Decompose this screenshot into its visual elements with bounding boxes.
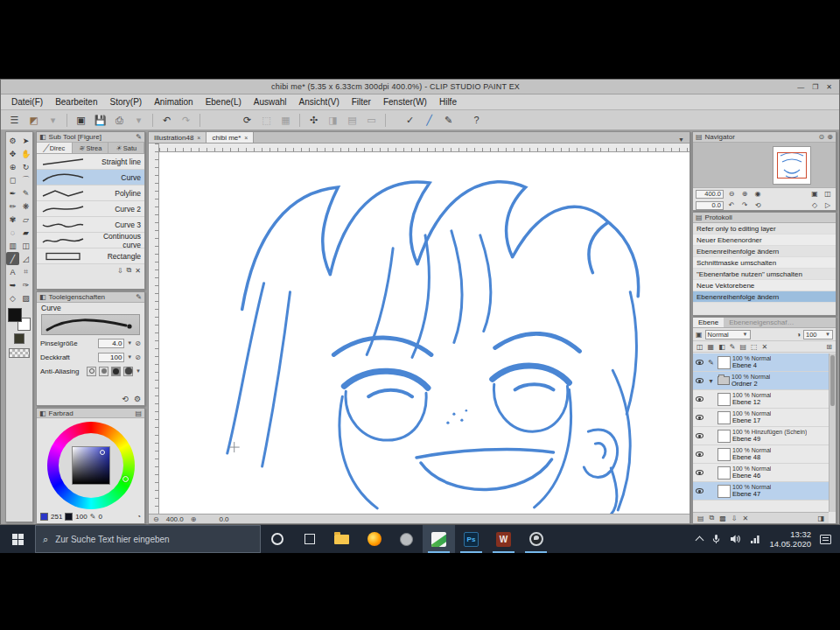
search-input[interactable] (53, 534, 253, 545)
antialias-none-button[interactable] (87, 367, 96, 376)
subtool-tab-direct[interactable]: ╱Direc (37, 143, 73, 153)
sv-marker[interactable] (100, 450, 105, 455)
panel-menu-icon[interactable]: ◧ (39, 133, 46, 141)
opacity-dynamics-icon[interactable]: ⊘ (135, 354, 141, 361)
visibility-icon[interactable] (696, 452, 704, 457)
layer-thumbnail[interactable] (718, 411, 731, 424)
navigator-info-icon[interactable]: ⊙ (819, 133, 825, 141)
lock-layer-icon[interactable]: ◫ (696, 343, 704, 351)
tool-marquee-icon[interactable]: ◻ (6, 173, 19, 186)
foreground-color-swatch[interactable] (8, 308, 22, 322)
antialias-weak-button[interactable] (99, 367, 108, 376)
notifications-icon[interactable] (820, 535, 831, 544)
speaker-icon[interactable] (730, 534, 741, 544)
nav-zoom-in-icon[interactable]: ⊕ (739, 190, 750, 198)
antialias-dropdown-icon[interactable]: ▼ (136, 368, 141, 374)
nav-rotate-right-icon[interactable]: ↷ (739, 201, 750, 209)
folder-icon[interactable] (718, 376, 730, 385)
color-wheel[interactable] (47, 422, 135, 509)
clip-to-layer-icon[interactable]: ◧ (718, 343, 725, 351)
reset-tool-icon[interactable]: ⟲ (122, 395, 129, 403)
check-icon[interactable]: ✓ (401, 112, 419, 128)
taskbar-firefox[interactable] (358, 525, 390, 553)
stencil-icon[interactable]: ▤ (343, 112, 361, 128)
color-swatch-main[interactable] (8, 308, 31, 331)
color-panel-options-icon[interactable]: ▤ (135, 410, 142, 417)
history-item[interactable]: Schnittmaske umschalten (693, 257, 836, 269)
visibility-icon[interactable] (696, 360, 704, 365)
visibility-icon[interactable] (696, 470, 704, 475)
layer-thumbnail[interactable] (718, 393, 731, 406)
taskbar-clock[interactable]: 13:32 14.05.2020 (769, 529, 811, 549)
menu-story[interactable]: Story(P) (104, 97, 149, 107)
layer-row-ebene-47[interactable]: 100 % NormalEbene 47 (693, 482, 829, 500)
layer-thumbnail[interactable] (718, 466, 731, 480)
merge-layer-icon[interactable]: ▩ (719, 514, 726, 522)
new-layer-icon[interactable]: ▤ (697, 514, 704, 522)
draft-layer-icon[interactable]: ▤ (739, 343, 746, 351)
pen-tool-icon[interactable]: ✎ (439, 112, 458, 128)
history-item-selected[interactable]: Ebenenreihenfolge ändern (693, 291, 836, 303)
sub-color-swatch-small[interactable] (65, 513, 73, 521)
subtool-item-curve-3[interactable]: Curve 3 (37, 217, 144, 233)
menu-bearbeiten[interactable]: Bearbeiten (49, 97, 103, 107)
folder-expand-icon[interactable]: ▾ (706, 377, 716, 385)
subtool-delete-icon[interactable]: ✕ (135, 267, 141, 275)
menu-datei[interactable]: Datei(F) (5, 97, 49, 107)
layer-search-icon[interactable]: ⊞ (826, 343, 832, 351)
color-history-icon[interactable]: ◔ (136, 513, 141, 521)
taskbar-file-explorer[interactable] (326, 525, 358, 553)
tool-airbrush-icon[interactable]: ❋ (19, 200, 32, 213)
undo-icon[interactable]: ↶ (158, 112, 176, 128)
visibility-icon[interactable] (696, 396, 704, 402)
nav-flip-icon[interactable]: ◇ (809, 201, 820, 209)
clip-studio-icon[interactable]: ◩ (24, 112, 43, 128)
taskbar-gimp[interactable] (390, 525, 423, 553)
deselect-icon[interactable]: ▦ (276, 112, 295, 128)
layer-mask-icon[interactable]: ◨ (817, 514, 824, 522)
opacity-value[interactable]: 100 (98, 353, 124, 362)
tool-text-icon[interactable]: A (6, 265, 19, 278)
close-button[interactable]: ✕ (826, 83, 832, 91)
edit-tool-icon[interactable]: ✎ (136, 293, 142, 301)
layer-row-ebene-17[interactable]: 100 % NormalEbene 17 (693, 409, 829, 427)
tool-blend-icon[interactable]: ◌ (6, 226, 19, 239)
line-tool-icon[interactable]: ╱ (420, 112, 438, 128)
tab-chibi-me[interactable]: chibi me* × (206, 132, 254, 143)
layer-thumbnail[interactable] (718, 430, 731, 443)
panel-menu-icon[interactable]: ◧ (39, 410, 46, 417)
tool-pencil-icon[interactable]: ✎ (19, 186, 32, 200)
brush-size-value[interactable]: 4.0 (98, 339, 124, 348)
network-icon[interactable] (750, 534, 760, 544)
panel-menu-icon[interactable]: ◧ (39, 293, 46, 301)
tool-object-icon[interactable]: ➤ (19, 134, 32, 147)
transfer-layer-icon[interactable]: ⇩ (732, 514, 738, 522)
two-pane-icon[interactable]: ✕ (762, 343, 768, 351)
navigator-view-frame[interactable] (777, 152, 807, 178)
menu-animation[interactable]: Animation (148, 97, 199, 107)
close-tab-icon[interactable]: × (197, 135, 200, 141)
opacity-dropdown-icon[interactable]: ▼ (127, 354, 132, 360)
frame-icon[interactable]: ▭ (362, 112, 381, 128)
tool-frame-icon[interactable]: ⌗ (19, 265, 32, 278)
subtool-tab-stream[interactable]: ≋Strea (73, 143, 108, 153)
subtool-item-curve-2[interactable]: Curve 2 (37, 201, 144, 217)
color-mode-icon[interactable]: ✎ (90, 513, 96, 521)
visibility-icon[interactable] (696, 415, 704, 420)
select-area-icon[interactable]: ⬚ (257, 112, 276, 128)
tool-correction-icon[interactable]: ➥ (6, 278, 19, 291)
brush-size-dropdown-icon[interactable]: ▼ (127, 340, 132, 346)
tool-gradient-icon[interactable]: ▥ (6, 239, 19, 252)
tool-brush-icon[interactable]: ✏ (6, 200, 19, 213)
navigator-zoom-value[interactable]: 400.0 (696, 190, 724, 199)
nav-rotate-left-icon[interactable]: ↶ (726, 201, 737, 209)
tab-illustration48[interactable]: Illustration48 × (149, 132, 206, 143)
menu-ansicht[interactable]: Ansicht(V) (293, 97, 346, 107)
brush-size-dynamics-icon[interactable]: ⊘ (135, 340, 141, 347)
sub-color-swatch[interactable] (14, 333, 24, 344)
tool-decoration-icon[interactable]: ✾ (6, 213, 19, 226)
tool-move-icon[interactable]: ✥ (6, 147, 19, 160)
export-icon[interactable]: ⎙ (110, 112, 129, 128)
save-icon[interactable]: 💾 (91, 112, 109, 128)
history-item[interactable]: Refer only to editing layer (693, 223, 836, 234)
